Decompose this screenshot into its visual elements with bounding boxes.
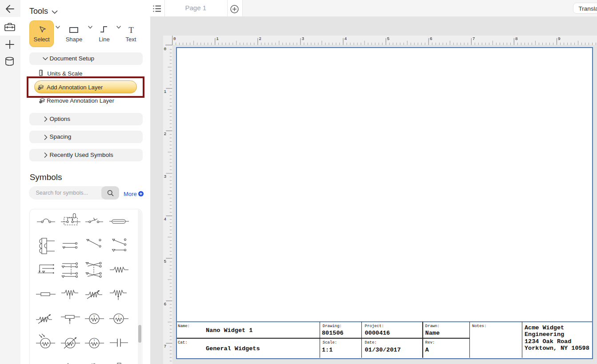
svg-text:I: I: [118, 315, 119, 317]
svg-text:T: T: [94, 339, 96, 342]
svg-text:V: V: [93, 315, 95, 317]
